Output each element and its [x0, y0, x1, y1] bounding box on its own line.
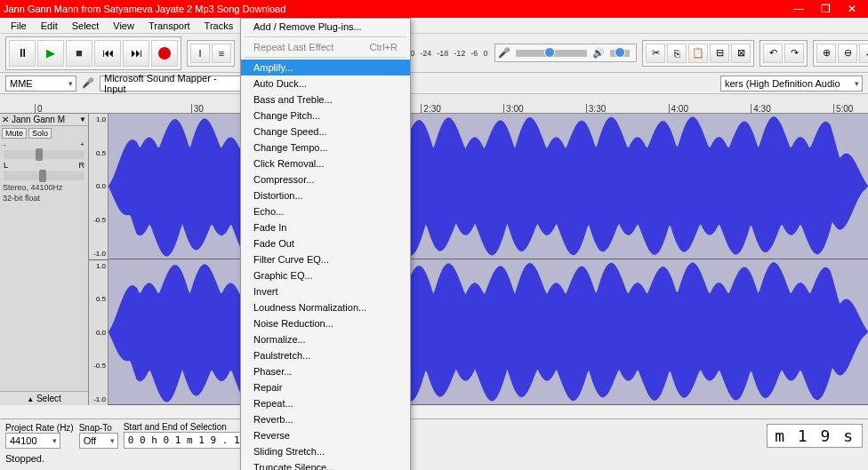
- cut-button[interactable]: ✂: [646, 44, 665, 63]
- audio-position-field[interactable]: m 1 9 s: [767, 424, 863, 448]
- play-button[interactable]: ▶: [37, 40, 64, 67]
- edit-group: ✂ ⎘ 📋 ⊟ ⊠: [642, 40, 754, 67]
- effect-item[interactable]: Invert: [241, 283, 410, 299]
- effect-item[interactable]: Filter Curve EQ...: [241, 251, 410, 267]
- snap-to-label: Snap-To: [79, 423, 118, 433]
- speaker-icon: 🔊: [592, 47, 605, 59]
- effect-item[interactable]: Click Removal...: [241, 155, 410, 171]
- paste-button[interactable]: 📋: [688, 44, 708, 63]
- effect-item[interactable]: Add / Remove Plug-ins...: [241, 19, 410, 35]
- fit-selection-button[interactable]: ⤢: [859, 44, 868, 63]
- copy-button[interactable]: ⎘: [667, 44, 687, 63]
- pan-labels: LR: [0, 161, 88, 170]
- track-format-line2: 32-bit float: [0, 193, 88, 203]
- track-control-panel[interactable]: ✕ Jann Gann M ▼ Mute Solo -+ LR Stereo, …: [0, 114, 89, 405]
- timeline-ruler[interactable]: 0302:303:003:304:004:305:00: [0, 94, 868, 114]
- effect-item[interactable]: Graphic EQ...: [241, 267, 410, 283]
- close-button[interactable]: ✕: [847, 4, 857, 14]
- gain-labels: -+: [0, 140, 88, 148]
- effect-item[interactable]: Phaser...: [241, 363, 410, 379]
- skip-end-button[interactable]: ⏭: [123, 40, 149, 67]
- effect-item[interactable]: Repeat...: [241, 395, 410, 411]
- effect-item[interactable]: Noise Reduction...: [241, 315, 410, 331]
- redo-button[interactable]: ↷: [784, 44, 804, 63]
- title-bar: Jann Gann Mann from Satyameva Jayate 2 M…: [0, 0, 868, 18]
- effect-item[interactable]: Loudness Normalization...: [241, 299, 410, 315]
- waveform-area[interactable]: [108, 114, 868, 405]
- skip-start-button[interactable]: ⏮: [94, 40, 121, 67]
- menu-file[interactable]: File: [4, 19, 34, 33]
- envelope-tool[interactable]: ≡: [212, 44, 231, 63]
- ruler-tick: 0: [35, 104, 43, 113]
- effect-item[interactable]: Reverse: [241, 427, 410, 443]
- track-menu-icon[interactable]: ▼: [79, 116, 86, 123]
- effect-item[interactable]: Fade In: [241, 219, 410, 235]
- ruler-tick: 2:30: [421, 104, 440, 113]
- transport-group: ⏸ ▶ ■ ⏮ ⏭: [5, 36, 181, 70]
- selection-tool[interactable]: I: [190, 44, 210, 63]
- ruler-tick: 4:00: [669, 104, 688, 113]
- effect-item[interactable]: Repair: [241, 379, 410, 395]
- effect-item[interactable]: Sliding Stretch...: [241, 443, 410, 459]
- mic-icon: 🎤: [498, 47, 510, 59]
- gain-slider[interactable]: [4, 150, 84, 159]
- effect-item[interactable]: Auto Duck...: [241, 76, 410, 92]
- effect-item[interactable]: Paulstretch...: [241, 347, 410, 363]
- minimize-button[interactable]: —: [793, 4, 804, 14]
- track-name[interactable]: Jann Gann M: [12, 115, 65, 124]
- mute-button[interactable]: Mute: [2, 128, 27, 139]
- effect-item[interactable]: Change Speed...: [241, 123, 410, 139]
- menu-view[interactable]: View: [106, 19, 141, 33]
- silence-button[interactable]: ⊠: [731, 44, 751, 63]
- effect-item[interactable]: Normalize...: [241, 331, 410, 347]
- solo-button[interactable]: Solo: [28, 128, 52, 139]
- zoom-out-button[interactable]: ⊖: [838, 44, 857, 63]
- rec-volume-slider[interactable]: [516, 50, 587, 57]
- effect-item[interactable]: Distortion...: [241, 187, 410, 203]
- play-volume-slider[interactable]: [610, 50, 630, 57]
- project-rate-dropdown[interactable]: 44100: [5, 433, 60, 449]
- effect-item[interactable]: Reverb...: [241, 411, 410, 427]
- trim-button[interactable]: ⊟: [710, 44, 729, 63]
- snap-to-dropdown[interactable]: Off: [79, 433, 118, 449]
- ruler-tick: 30: [191, 104, 204, 113]
- ruler-tick: 3:30: [586, 104, 606, 113]
- effect-item[interactable]: Change Pitch...: [241, 108, 410, 123]
- zoom-group: ⊕ ⊖ ⤢ ⤡ ⟲: [813, 40, 868, 67]
- volume-group: 🎤 🔊: [494, 44, 637, 62]
- menu-select[interactable]: Select: [65, 19, 107, 33]
- undo-group: ↶ ↷: [760, 40, 808, 67]
- zoom-in-button[interactable]: ⊕: [816, 44, 836, 63]
- record-button[interactable]: [151, 40, 178, 67]
- project-rate-label: Project Rate (Hz): [5, 423, 74, 433]
- status-text: Stopped.: [0, 451, 868, 466]
- waveform-right-channel[interactable]: [108, 259, 868, 405]
- track-close-icon[interactable]: ✕: [2, 115, 9, 124]
- effect-item[interactable]: Compressor...: [241, 171, 410, 187]
- menu-tracks[interactable]: Tracks: [197, 19, 241, 33]
- pan-slider[interactable]: [4, 171, 84, 180]
- stop-button[interactable]: ■: [66, 40, 92, 67]
- track-select-button[interactable]: ▲ Select: [0, 391, 88, 405]
- ruler-tick: 3:00: [503, 104, 523, 113]
- pause-button[interactable]: ⏸: [9, 40, 36, 67]
- effect-item[interactable]: Bass and Treble...: [241, 92, 410, 108]
- effect-menu: Add / Remove Plug-ins...Repeat Last Effe…: [240, 18, 411, 470]
- output-device-dropdown[interactable]: kers (High Definition Audio: [720, 76, 863, 92]
- amplitude-scale-right: 1.00.50.0-0.5-1.0: [89, 259, 108, 406]
- undo-button[interactable]: ↶: [763, 44, 783, 63]
- effect-item[interactable]: Truncate Silence...: [241, 459, 410, 470]
- effect-item[interactable]: Amplify...: [241, 60, 410, 76]
- menu-transport[interactable]: Transport: [141, 19, 197, 33]
- effect-item[interactable]: Echo...: [241, 203, 410, 219]
- ruler-tick: 4:30: [751, 104, 770, 113]
- audio-host-dropdown[interactable]: MME: [5, 76, 76, 92]
- mic-icon: 🎤: [82, 77, 94, 89]
- waveform-left-channel[interactable]: [108, 114, 868, 259]
- maximize-button[interactable]: ❐: [820, 4, 831, 14]
- effect-item[interactable]: Change Tempo...: [241, 139, 410, 155]
- effect-item[interactable]: Fade Out: [241, 235, 410, 251]
- window-title: Jann Gann Mann from Satyameva Jayate 2 M…: [4, 4, 793, 14]
- input-device-dropdown[interactable]: Microsoft Sound Mapper - Input: [100, 76, 251, 92]
- menu-edit[interactable]: Edit: [34, 19, 65, 33]
